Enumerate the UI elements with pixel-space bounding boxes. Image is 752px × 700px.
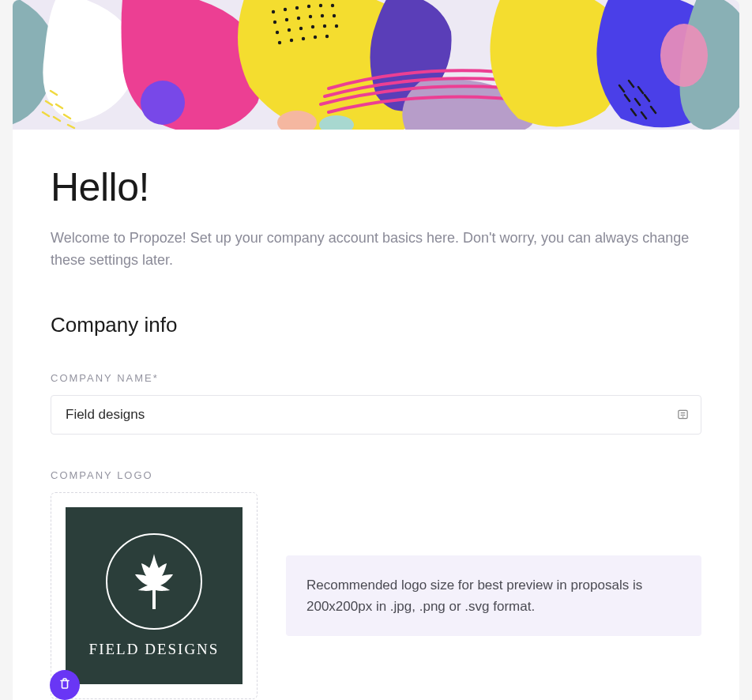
logo-mark — [106, 533, 202, 630]
company-name-field: COMPANY NAME* — [51, 372, 701, 435]
svg-point-28 — [290, 39, 293, 42]
svg-point-25 — [323, 24, 326, 28]
svg-point-11 — [295, 6, 299, 9]
onboarding-card: Hello! Welcome to Propoze! Set up your c… — [13, 0, 739, 700]
company-name-label: COMPANY NAME* — [51, 372, 701, 384]
svg-point-12 — [307, 5, 310, 8]
svg-point-21 — [276, 31, 279, 34]
svg-point-22 — [288, 28, 291, 32]
company-logo-label: COMPANY LOGO — [51, 469, 701, 481]
svg-point-9 — [272, 10, 275, 13]
svg-point-14 — [331, 4, 334, 7]
delete-logo-button[interactable] — [50, 670, 80, 700]
logo-preview-text: FIELD DESIGNS — [89, 641, 220, 658]
page-title: Hello! — [51, 164, 701, 210]
svg-point-20 — [333, 14, 336, 17]
logo-hint-box: Recommended logo size for best preview i… — [286, 555, 701, 636]
logo-upload-area[interactable]: FIELD DESIGNS — [51, 492, 258, 699]
svg-point-29 — [302, 37, 305, 40]
contact-card-icon[interactable] — [676, 408, 689, 421]
svg-point-19 — [321, 14, 324, 17]
company-name-input[interactable] — [51, 395, 701, 435]
svg-point-26 — [335, 24, 338, 28]
svg-point-18 — [309, 15, 312, 18]
logo-preview: FIELD DESIGNS — [66, 507, 243, 684]
svg-point-23 — [299, 27, 303, 30]
trash-icon — [58, 677, 71, 692]
section-title-company-info: Company info — [51, 313, 701, 337]
svg-point-17 — [297, 17, 300, 20]
hero-banner — [13, 0, 739, 130]
company-logo-field: COMPANY LOGO FIELD DESIGNS — [51, 469, 701, 699]
svg-point-31 — [325, 35, 329, 38]
svg-point-13 — [319, 4, 322, 7]
svg-point-32 — [660, 24, 708, 87]
svg-point-8 — [141, 81, 185, 125]
svg-point-27 — [278, 41, 281, 44]
svg-point-30 — [314, 36, 317, 39]
svg-point-15 — [273, 21, 276, 24]
svg-point-24 — [311, 25, 314, 28]
svg-point-10 — [284, 8, 287, 11]
welcome-text: Welcome to Propoze! Set up your company … — [51, 228, 698, 272]
svg-point-16 — [285, 18, 288, 21]
